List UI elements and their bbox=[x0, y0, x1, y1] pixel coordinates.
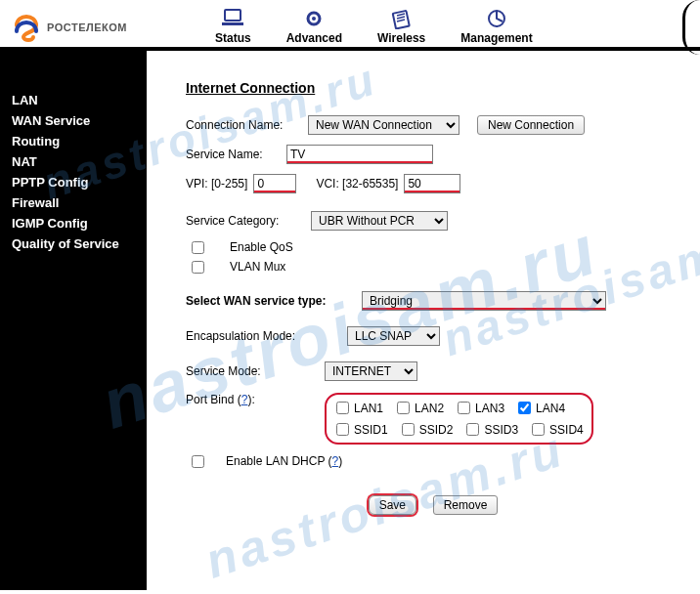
svg-rect-0 bbox=[225, 10, 241, 21]
tab-wireless[interactable]: Wireless bbox=[377, 8, 425, 45]
sidebar-item-wan-service[interactable]: WAN Service bbox=[12, 110, 135, 131]
main-panel: Internet Connection Connection Name: New… bbox=[147, 51, 700, 590]
tab-management[interactable]: Management bbox=[460, 8, 532, 45]
vlan-mux-checkbox[interactable] bbox=[192, 261, 204, 274]
port-ssid3[interactable]: SSID3 bbox=[462, 420, 518, 439]
encapsulation-select[interactable]: LLC SNAP bbox=[347, 326, 440, 346]
port-ssid4[interactable]: SSID4 bbox=[528, 420, 584, 439]
svg-line-7 bbox=[397, 20, 405, 21]
sidebar-item-lan[interactable]: LAN bbox=[12, 90, 135, 110]
sidebar-item-routing[interactable]: Routing bbox=[12, 131, 135, 151]
vci-input[interactable] bbox=[404, 174, 460, 193]
laptop-icon bbox=[221, 8, 244, 29]
vpi-input[interactable] bbox=[253, 174, 296, 193]
port-ssid2[interactable]: SSID2 bbox=[398, 420, 454, 439]
service-category-select[interactable]: UBR Without PCR bbox=[311, 211, 448, 231]
port-bind-label: Port Bind (?): bbox=[186, 393, 325, 406]
sidebar-item-igmp[interactable]: IGMP Config bbox=[12, 213, 135, 233]
wan-service-type-label: Select WAN service type: bbox=[186, 294, 362, 308]
enable-lan-dhcp-label: Enable LAN DHCP (?) bbox=[226, 454, 342, 468]
port-lan2[interactable]: LAN2 bbox=[393, 399, 444, 417]
wireless-icon bbox=[390, 8, 414, 29]
service-mode-select[interactable]: INTERNET bbox=[325, 361, 417, 381]
header-decor bbox=[682, 0, 700, 55]
vci-label: VCI: [32-65535] bbox=[316, 177, 398, 191]
logo-icon bbox=[12, 8, 41, 47]
gear-icon bbox=[302, 8, 326, 29]
header-bar: РОСТЕЛЕКОМ Status Advanced Wireless Mana… bbox=[0, 0, 700, 51]
enable-lan-dhcp-checkbox[interactable] bbox=[192, 455, 204, 468]
new-connection-button[interactable]: New Connection bbox=[477, 115, 585, 135]
management-icon bbox=[485, 8, 508, 29]
top-tabs: Status Advanced Wireless Management bbox=[215, 8, 533, 47]
vlan-mux-label: VLAN Mux bbox=[230, 260, 285, 274]
port-bind-group: LAN1 LAN2 LAN3 LAN4 SSID1 SSID2 SSID3 SS… bbox=[325, 393, 593, 445]
wan-service-type-select[interactable]: Bridging bbox=[362, 291, 606, 311]
sidebar-item-pptp[interactable]: PPTP Config bbox=[12, 172, 135, 192]
service-category-label: Service Category: bbox=[186, 214, 311, 228]
svg-line-5 bbox=[397, 14, 405, 16]
tab-status[interactable]: Status bbox=[215, 8, 251, 45]
svg-rect-1 bbox=[222, 22, 243, 25]
port-ssid1[interactable]: SSID1 bbox=[332, 420, 388, 439]
port-lan1[interactable]: LAN1 bbox=[332, 399, 383, 417]
vpi-label: VPI: [0-255] bbox=[186, 177, 247, 191]
service-name-label: Service Name: bbox=[186, 148, 286, 161]
sidebar-item-qos[interactable]: Quality of Service bbox=[12, 233, 135, 254]
action-row: Save Remove bbox=[186, 495, 680, 515]
brand-name: РОСТЕЛЕКОМ bbox=[47, 21, 127, 33]
page-title: Internet Connection bbox=[186, 80, 680, 96]
service-name-input[interactable] bbox=[286, 145, 433, 164]
save-button[interactable]: Save bbox=[369, 495, 416, 515]
tab-advanced[interactable]: Advanced bbox=[286, 8, 342, 45]
connection-name-label: Connection Name: bbox=[186, 118, 308, 132]
remove-button[interactable]: Remove bbox=[433, 495, 499, 515]
svg-point-3 bbox=[312, 17, 316, 21]
sidebar-item-nat[interactable]: NAT bbox=[12, 151, 135, 172]
sidebar-item-firewall[interactable]: Firewall bbox=[12, 192, 135, 213]
service-mode-label: Service Mode: bbox=[186, 364, 325, 378]
sidebar: LAN WAN Service Routing NAT PPTP Config … bbox=[0, 51, 147, 590]
connection-name-select[interactable]: New WAN Connection bbox=[308, 115, 459, 135]
brand-logo: РОСТЕЛЕКОМ bbox=[12, 8, 127, 47]
svg-line-6 bbox=[397, 17, 405, 19]
enable-qos-checkbox[interactable] bbox=[192, 241, 204, 254]
enable-qos-label: Enable QoS bbox=[230, 240, 293, 254]
port-lan3[interactable]: LAN3 bbox=[454, 399, 504, 417]
port-lan4[interactable]: LAN4 bbox=[514, 399, 565, 417]
encapsulation-label: Encapsulation Mode: bbox=[186, 329, 347, 343]
